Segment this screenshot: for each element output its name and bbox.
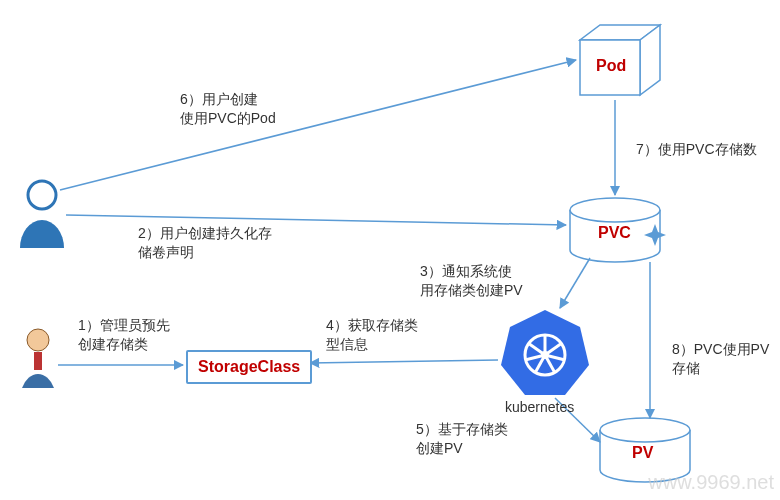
pvc-label: PVC bbox=[598, 222, 631, 244]
step-1: 1）管理员预先创建存储类 bbox=[78, 316, 170, 354]
admin-icon bbox=[22, 329, 54, 388]
step-5: 5）基于存储类创建PV bbox=[416, 420, 508, 458]
svg-point-15 bbox=[541, 351, 549, 359]
pv-label: PV bbox=[632, 442, 653, 464]
svg-rect-5 bbox=[34, 352, 42, 370]
step-7: 7）使用PVC存储数 bbox=[636, 140, 757, 159]
svg-point-2 bbox=[600, 418, 690, 442]
edge-4 bbox=[310, 360, 498, 363]
storageclass-label: StorageClass bbox=[198, 358, 300, 375]
edge-3 bbox=[560, 258, 590, 308]
svg-point-3 bbox=[28, 181, 56, 209]
kubernetes-icon bbox=[501, 310, 589, 395]
kubernetes-label: kubernetes bbox=[505, 398, 574, 417]
step-6: 6）用户创建使用PVC的Pod bbox=[180, 90, 276, 128]
user-icon bbox=[20, 181, 64, 248]
diagram-canvas bbox=[0, 0, 780, 500]
edge-6 bbox=[60, 60, 576, 190]
step-4: 4）获取存储类型信息 bbox=[326, 316, 418, 354]
step-2: 2）用户创建持久化存储卷声明 bbox=[138, 224, 272, 262]
pod-label: Pod bbox=[596, 55, 626, 77]
svg-point-1 bbox=[570, 198, 660, 222]
step-3: 3）通知系统使用存储类创建PV bbox=[420, 262, 523, 300]
svg-point-4 bbox=[27, 329, 49, 351]
storageclass-node: StorageClass bbox=[186, 350, 312, 384]
watermark: www.9969.net bbox=[648, 471, 774, 494]
step-8: 8）PVC使用PV存储 bbox=[672, 340, 780, 378]
